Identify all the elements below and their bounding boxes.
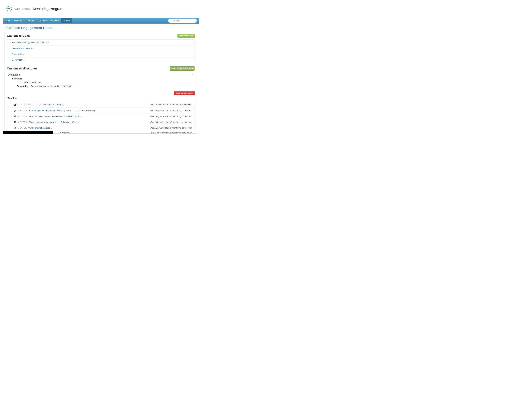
timeline-action[interactable]: Schedule a Meeting <box>61 121 79 123</box>
nav-item-label: Home <box>5 19 10 22</box>
check-square-icon <box>14 115 16 118</box>
timeline-role: MENTOR <box>18 109 27 112</box>
collapse-icon[interactable] <box>192 74 193 75</box>
timeline-role: MENTOR <box>18 121 27 123</box>
timeline-due: due 1 day after start of mentoring conne… <box>150 127 192 129</box>
remove-milestone-button[interactable]: Remove Milestone <box>174 91 195 95</box>
logo: CHRONUS <box>5 5 30 13</box>
svg-rect-11 <box>14 110 16 111</box>
chevron-down-icon <box>57 20 59 21</box>
svg-rect-14 <box>14 127 16 129</box>
timeline-role: MENTOR <box>18 115 27 118</box>
nav-item-forums[interactable]: Forums <box>36 18 49 23</box>
goals-section-title: Customize Goals <box>7 34 30 37</box>
timeline-due: due 1 day after start of mentoring conne… <box>150 109 192 112</box>
svg-line-9 <box>171 21 172 21</box>
milestone-name[interactable]: Orientation <box>8 74 20 76</box>
nav-item-manage[interactable]: Manage <box>61 18 72 23</box>
svg-point-0 <box>8 6 9 7</box>
svg-rect-13 <box>14 121 16 123</box>
timeline-due: due 1 day after start of mentoring conne… <box>150 115 192 118</box>
svg-rect-12 <box>14 116 16 117</box>
title-label: Title: <box>12 81 31 84</box>
timeline-item: MENTORFace-to-face introduction and a wa… <box>7 108 195 113</box>
brand-name: CHRONUS <box>15 7 30 10</box>
nav-item-advice[interactable]: Advice <box>49 18 61 23</box>
svg-point-1 <box>10 6 11 7</box>
timeline-task-link[interactable]: Face-to-face introduction and a walking … <box>29 109 71 112</box>
svg-point-3 <box>8 8 10 9</box>
timeline-list: MENTOR AND MENTEEWelcome to Chronus »due… <box>7 102 195 131</box>
goals-list: Familiarize with organizational culture … <box>7 39 195 63</box>
timeline-task-link[interactable]: Discuss company overview » <box>29 121 56 123</box>
description-value: Get to know your mentor and the organiza… <box>31 85 73 87</box>
goal-item[interactable]: Integrate and network » <box>7 46 195 51</box>
redaction-bar <box>3 131 53 134</box>
timeline-role: MENTOR AND MENTEE <box>18 103 42 106</box>
title-value: Orientation <box>31 81 41 84</box>
add-milestone-button[interactable]: Add Custom Milestone <box>170 66 195 71</box>
separator: | <box>74 109 74 112</box>
svg-point-5 <box>7 10 8 11</box>
nav-item-label: Mentees <box>26 19 34 22</box>
check-square-icon <box>14 127 16 129</box>
svg-point-2 <box>6 8 8 9</box>
check-square-icon <box>14 109 16 112</box>
timeline-task-link[interactable]: Watch orientation video » <box>28 127 52 129</box>
timeline-item: MENTORDiscuss company overview »|Schedul… <box>7 119 195 125</box>
svg-point-8 <box>170 20 171 21</box>
search-input[interactable] <box>173 19 195 22</box>
goal-item[interactable]: Role clarity » <box>7 51 195 57</box>
search-box[interactable] <box>168 19 197 23</box>
milestones-section-title: Customize Milestones <box>7 67 38 70</box>
timeline-item: MENTEEWatch orientation video »due 1 day… <box>7 125 195 131</box>
search-icon <box>170 19 172 22</box>
nav-item-label: Mentors <box>14 19 22 22</box>
timeline-item: MENTORVerify that basic orientation has … <box>7 113 195 119</box>
chronus-logo-icon <box>5 5 13 13</box>
page-heading: Facilitate Engagement Plans <box>3 24 199 32</box>
nav-item-label: Manage <box>63 19 70 22</box>
header: CHRONUS Mentoring Program <box>3 0 199 18</box>
svg-point-6 <box>10 10 11 11</box>
timeline-item: MENTOR AND MENTEEWelcome to Chronus »due… <box>7 102 195 108</box>
check-square-icon <box>14 121 16 123</box>
chevron-down-icon <box>46 20 47 21</box>
envelope-icon <box>14 104 16 106</box>
timeline-action: a Meeting <box>60 131 69 133</box>
svg-point-7 <box>11 9 12 10</box>
program-title: Mentoring Program <box>33 7 63 11</box>
goal-item[interactable]: Self-efficacy » <box>7 57 195 63</box>
nav-item-mentees[interactable]: Mentees <box>24 18 36 23</box>
nav-item-mentors[interactable]: Mentors <box>12 18 24 23</box>
nav-item-label: Advice <box>51 19 57 22</box>
add-goal-button[interactable]: Add New Goal <box>178 34 195 38</box>
nav-item-home[interactable]: Home <box>3 18 12 23</box>
description-label: Description: <box>12 85 31 87</box>
timeline-due: due 1 day after start of mentoring conne… <box>150 103 192 106</box>
separator: | <box>58 121 58 123</box>
timeline-role: MENTEE <box>18 127 27 129</box>
navbar: HomeMentorsMenteesForumsAdviceManage <box>3 18 199 24</box>
timeline-heading: Timeline <box>8 97 195 99</box>
timeline-due: due 1 day after start of mentoring conne… <box>150 121 192 123</box>
nav-item-label: Forums <box>38 19 45 22</box>
timeline-task-link[interactable]: Verify that basic orientation has been c… <box>29 115 81 118</box>
summary-heading: Summary <box>12 77 195 80</box>
timeline-task-link[interactable]: Welcome to Chronus » <box>43 103 65 106</box>
timeline-action[interactable]: Schedule a Meeting <box>76 109 95 112</box>
main-panel: Customize Goals Add New Goal Familiarize… <box>5 32 197 134</box>
timeline-due: due 1 day after start of mentoring conne… <box>151 131 192 133</box>
svg-point-4 <box>11 7 12 8</box>
goal-item[interactable]: Familiarize with organizational culture … <box>7 40 195 46</box>
